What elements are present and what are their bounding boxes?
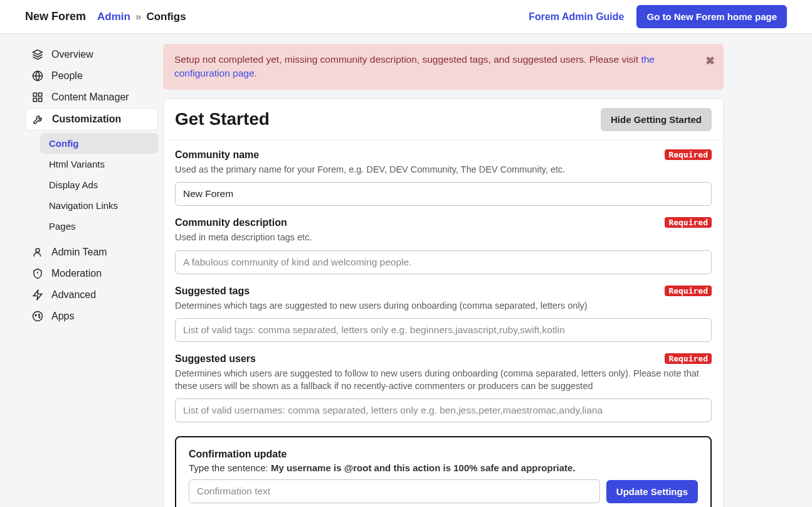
confirmation-row: Update Settings — [189, 479, 698, 503]
get-started-card: Get Started Hide Getting Started Communi… — [163, 99, 724, 507]
breadcrumb: Admin » Configs — [97, 11, 186, 23]
svg-marker-8 — [33, 291, 42, 300]
card-title: Get Started — [175, 109, 270, 129]
sidebar-item-advanced[interactable]: Advanced — [25, 284, 158, 306]
subnav-customization: Config Html Variants Display Ads Navigat… — [40, 133, 158, 237]
svg-rect-4 — [39, 93, 42, 96]
sidebar-item-customization[interactable]: Customization — [25, 108, 158, 131]
svg-marker-0 — [33, 50, 43, 55]
breadcrumb-current: Configs — [146, 11, 186, 23]
topbar-right: Forem Admin Guide Go to New Forem home p… — [529, 5, 787, 28]
sidebar-item-label: Moderation — [51, 268, 102, 279]
svg-rect-3 — [33, 93, 36, 96]
field-label: Community description — [175, 217, 287, 228]
breadcrumb-admin-link[interactable]: Admin — [97, 11, 130, 23]
required-badge: Required — [665, 149, 712, 160]
svg-rect-5 — [33, 99, 36, 102]
sidebar-item-label: Advanced — [51, 289, 96, 301]
confirmation-text-input[interactable] — [189, 479, 600, 503]
bolt-icon — [31, 289, 44, 301]
globe-icon — [31, 70, 44, 82]
subnav-item-html-variants[interactable]: Html Variants — [40, 154, 158, 174]
update-settings-button[interactable]: Update Settings — [606, 480, 698, 503]
confirmation-help-prefix: Type the sentence: — [189, 462, 271, 473]
community-description-input[interactable] — [175, 250, 712, 274]
layers-icon — [31, 49, 44, 60]
tools-icon — [32, 114, 45, 125]
sidebar-item-overview[interactable]: Overview — [25, 44, 158, 65]
subnav-item-pages[interactable]: Pages — [40, 216, 158, 237]
field-community-name: Community name Required Used as the prim… — [175, 149, 712, 206]
field-suggested-users: Suggested users Required Determines whic… — [175, 353, 712, 423]
field-suggested-tags: Suggested tags Required Determines which… — [175, 286, 712, 342]
field-help: Determines which users are suggested to … — [175, 367, 712, 393]
svg-point-12 — [39, 317, 40, 318]
hide-getting-started-button[interactable]: Hide Getting Started — [601, 108, 712, 131]
sidebar-item-content-manager[interactable]: Content Manager — [25, 87, 158, 108]
suggested-tags-input[interactable] — [175, 318, 712, 342]
field-help: Determines which tags are suggested to n… — [175, 299, 712, 312]
subnav-item-display-ads[interactable]: Display Ads — [40, 174, 158, 195]
sidebar: Overview People Content Manager Customiz… — [0, 34, 163, 507]
shield-icon — [31, 268, 44, 279]
sidebar-item-apps[interactable]: Apps — [25, 306, 158, 327]
site-name: New Forem — [25, 10, 86, 23]
sidebar-item-label: Overview — [51, 49, 93, 60]
subnav-item-config[interactable]: Config — [40, 133, 158, 154]
sidebar-item-admin-team[interactable]: Admin Team — [25, 242, 158, 263]
confirmation-help-sentence: My username is @root and this action is … — [271, 462, 576, 473]
sidebar-item-label: Customization — [52, 114, 121, 125]
confirmation-title: Confirmation update — [189, 449, 698, 460]
sidebar-item-people[interactable]: People — [25, 65, 158, 87]
suggested-users-input[interactable] — [175, 398, 712, 422]
svg-point-7 — [36, 248, 40, 252]
svg-point-11 — [38, 314, 40, 316]
field-label: Community name — [175, 149, 259, 161]
card-header: Get Started Hide Getting Started — [164, 99, 723, 141]
svg-point-10 — [35, 315, 36, 316]
palette-icon — [31, 311, 44, 322]
required-badge: Required — [665, 286, 712, 296]
field-help: Used in meta description tags etc. — [175, 231, 712, 243]
sidebar-item-label: Content Manager — [51, 92, 129, 103]
confirmation-help: Type the sentence: My username is @root … — [189, 462, 698, 473]
topbar-left: New Forem Admin » Configs — [25, 10, 186, 23]
required-badge: Required — [665, 217, 712, 228]
sidebar-item-label: Apps — [51, 311, 74, 322]
field-label: Suggested users — [175, 353, 256, 365]
sidebar-item-label: Admin Team — [51, 247, 107, 258]
forem-admin-guide-link[interactable]: Forem Admin Guide — [529, 11, 624, 23]
alert-text-before: Setup not completed yet, missing communi… — [174, 54, 641, 65]
user-icon — [31, 247, 44, 258]
community-name-input[interactable] — [175, 182, 712, 206]
card-body: Community name Required Used as the prim… — [164, 141, 723, 507]
close-icon[interactable]: ✖ — [705, 53, 715, 69]
main-content: Setup not completed yet, missing communi… — [163, 34, 740, 507]
svg-point-9 — [33, 312, 43, 321]
layout: Overview People Content Manager Customiz… — [0, 34, 812, 507]
topbar: New Forem Admin » Configs Forem Admin Gu… — [0, 0, 812, 34]
setup-alert: Setup not completed yet, missing communi… — [163, 44, 724, 90]
field-label: Suggested tags — [175, 286, 250, 297]
field-help: Used as the primary name for your Forem,… — [175, 163, 712, 176]
subnav-item-navigation-links[interactable]: Navigation Links — [40, 195, 158, 216]
svg-rect-6 — [39, 99, 42, 102]
dashboard-icon — [31, 92, 44, 103]
required-badge: Required — [665, 353, 712, 364]
confirmation-box: Confirmation update Type the sentence: M… — [175, 436, 712, 507]
goto-home-button[interactable]: Go to New Forem home page — [636, 5, 787, 28]
breadcrumb-separator: » — [135, 11, 141, 23]
field-community-description: Community description Required Used in m… — [175, 217, 712, 274]
sidebar-item-moderation[interactable]: Moderation — [25, 263, 158, 284]
alert-text-after: . — [255, 68, 257, 78]
sidebar-item-label: People — [51, 70, 83, 82]
